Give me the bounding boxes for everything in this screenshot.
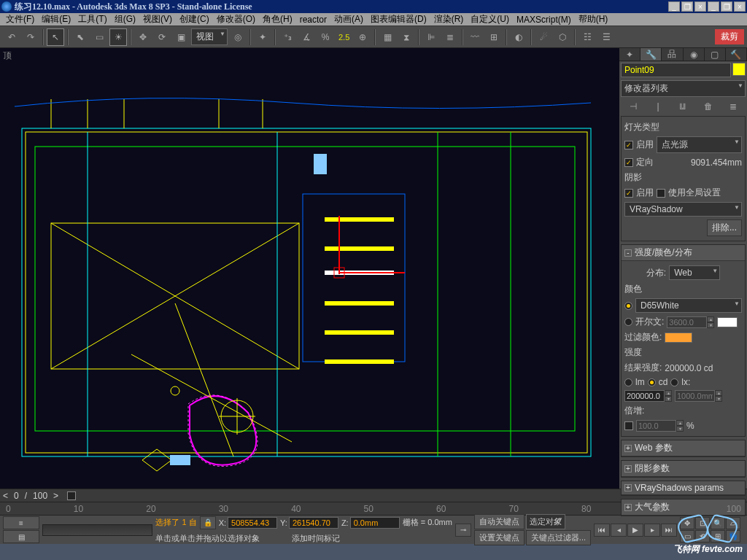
render-scene-icon[interactable]: ☄ [535, 28, 552, 46]
menu-create[interactable]: 创建(C) [177, 12, 212, 26]
ref-coord-dropdown[interactable]: 视图 [191, 28, 228, 45]
crop-button[interactable]: 裁剪 [715, 29, 744, 44]
quick-render-icon[interactable]: ⬡ [554, 28, 571, 46]
spinner-snap-icon[interactable]: ⊕ [354, 28, 371, 46]
menu-character[interactable]: 角色(H) [260, 12, 295, 26]
lock-selection-icon[interactable]: 🔒 [200, 516, 216, 529]
track-bar-icon[interactable]: ≡ [3, 516, 39, 529]
minimize-button[interactable]: _ [668, 1, 680, 12]
snap-percent-icon[interactable]: % [317, 28, 334, 46]
pin-stack-icon[interactable]: ⊣ [626, 100, 640, 113]
select-filter-icon[interactable]: ☀ [109, 28, 127, 46]
prev-frame-icon[interactable]: ◂ [611, 524, 627, 537]
kelvin-radio[interactable] [624, 318, 632, 326]
frame-lock-icon[interactable] [67, 491, 76, 500]
modifier-list-dropdown[interactable]: 修改器列表 [621, 80, 746, 97]
key-target-dropdown[interactable]: 选定对象 [526, 514, 565, 529]
snap-angle-icon[interactable]: ∡ [298, 28, 315, 46]
object-color-swatch[interactable] [732, 63, 746, 76]
coord-y[interactable]: 261540.70 [289, 517, 338, 529]
tab-hierarchy[interactable]: 品 [662, 48, 683, 61]
distribution-dropdown[interactable]: Web [669, 265, 720, 280]
color-preset-radio[interactable] [624, 302, 632, 310]
shadow-enable-checkbox[interactable] [624, 189, 633, 198]
menu-reactor[interactable]: reactor [297, 14, 330, 26]
targeted-checkbox[interactable] [624, 158, 633, 167]
layers-icon[interactable]: ≣ [441, 28, 459, 46]
restore-button[interactable]: ❐ [681, 1, 693, 12]
lm-radio[interactable] [624, 378, 632, 386]
cd-radio[interactable] [648, 378, 656, 386]
select-region-icon[interactable]: ▭ [90, 28, 108, 46]
tab-create[interactable]: ✦ [619, 48, 640, 61]
manipulate-icon[interactable]: ✦ [254, 28, 271, 46]
align-icon[interactable]: ⊫ [422, 28, 440, 46]
at-spinner[interactable]: ▴▾ [675, 390, 722, 402]
menu-customize[interactable]: 自定义(U) [468, 12, 512, 26]
select-icon[interactable]: ↖ [47, 28, 64, 46]
show-end-icon[interactable]: | [651, 100, 665, 113]
tab-display[interactable]: ▢ [705, 48, 726, 61]
exclude-button[interactable]: 排除... [707, 219, 742, 236]
rotate-icon[interactable]: ⟳ [153, 28, 171, 46]
key-filters-button[interactable]: 关键点过滤器... [526, 530, 591, 545]
set-key-button[interactable]: 设置关键点 [474, 530, 525, 545]
multiplier-spinner[interactable]: ▴▾ [636, 420, 684, 432]
menu-file[interactable]: 文件(F) [3, 12, 37, 26]
menu-group[interactable]: 组(G) [112, 12, 139, 26]
kelvin-color-swatch[interactable] [717, 317, 738, 327]
intensity-rollout-header[interactable]: -强度/颜色/分布 [622, 245, 745, 261]
menu-modifiers[interactable]: 修改器(O) [214, 12, 258, 26]
snap-3d-icon[interactable]: ⁺₃ [279, 28, 296, 46]
named-sel-icon[interactable]: ▦ [379, 28, 396, 46]
redo-icon[interactable]: ↷ [22, 28, 39, 46]
color-preset-dropdown[interactable]: D65White [635, 298, 742, 313]
unique-icon[interactable]: ⩏ [676, 100, 690, 113]
menu-tools[interactable]: 工具(T) [75, 12, 109, 26]
shadow-type-dropdown[interactable]: VRayShadow [624, 202, 742, 217]
menu-edit[interactable]: 编辑(E) [39, 12, 74, 26]
menu-graph[interactable]: 图表编辑器(D) [368, 12, 430, 26]
kelvin-spinner[interactable]: ▴▾ [667, 316, 714, 328]
mirror-icon[interactable]: ⧗ [398, 28, 415, 46]
config-sets-icon[interactable]: ≣ [726, 100, 740, 113]
select-arrow-icon[interactable]: ⬉ [71, 28, 89, 46]
tab-modify[interactable]: 🔧 [640, 48, 662, 61]
enable-light-checkbox[interactable] [624, 141, 633, 149]
pivot-icon[interactable]: ◎ [229, 28, 247, 46]
tab-utilities[interactable]: 🔨 [726, 48, 747, 61]
goto-start-icon[interactable]: ⏮ [594, 524, 610, 537]
curve-editor-icon[interactable]: 〰 [466, 28, 484, 46]
minimize-doc-button[interactable]: _ [708, 1, 719, 12]
track-bar[interactable] [42, 524, 152, 536]
use-global-checkbox[interactable] [657, 189, 665, 198]
auto-key-button[interactable]: 自动关键点 [474, 514, 525, 529]
move-icon[interactable]: ✥ [134, 28, 152, 46]
menu-help[interactable]: 帮助(H) [576, 12, 611, 26]
intensity-spinner[interactable]: ▴▾ [624, 390, 672, 402]
schematic-icon[interactable]: ⊞ [485, 28, 503, 46]
light-type-dropdown[interactable]: 点光源 [657, 136, 742, 153]
undo-icon[interactable]: ↶ [3, 28, 20, 46]
play-icon[interactable]: ▶ [627, 524, 643, 537]
close-doc-button[interactable]: × [734, 1, 746, 12]
close-button[interactable]: × [694, 1, 706, 12]
coord-x[interactable]: 508554.43 [228, 517, 277, 529]
lx-radio[interactable] [670, 378, 678, 386]
multiplier-checkbox[interactable] [624, 421, 633, 430]
remove-mod-icon[interactable]: 🗑 [701, 100, 716, 113]
tab-motion[interactable]: ◉ [684, 48, 705, 61]
material-icon[interactable]: ◐ [510, 28, 527, 46]
viewport-top[interactable]: 顶 [0, 48, 619, 489]
restore-doc-button[interactable]: ❐ [721, 1, 732, 12]
object-name-input[interactable]: Point09 [621, 63, 731, 77]
menu-maxscript[interactable]: MAXScript(M) [514, 14, 574, 26]
tool-a-icon[interactable]: ☷ [578, 28, 596, 46]
menu-views[interactable]: 视图(V) [140, 12, 175, 26]
scale-icon[interactable]: ▣ [172, 28, 190, 46]
menu-animation[interactable]: 动画(A) [331, 12, 366, 26]
key-mode-icon[interactable]: ⊸ [455, 524, 471, 537]
next-frame-icon[interactable]: ▸ [644, 524, 660, 537]
coord-z[interactable]: 0.0mm [350, 517, 400, 529]
menu-render[interactable]: 渲染(R) [431, 12, 467, 26]
